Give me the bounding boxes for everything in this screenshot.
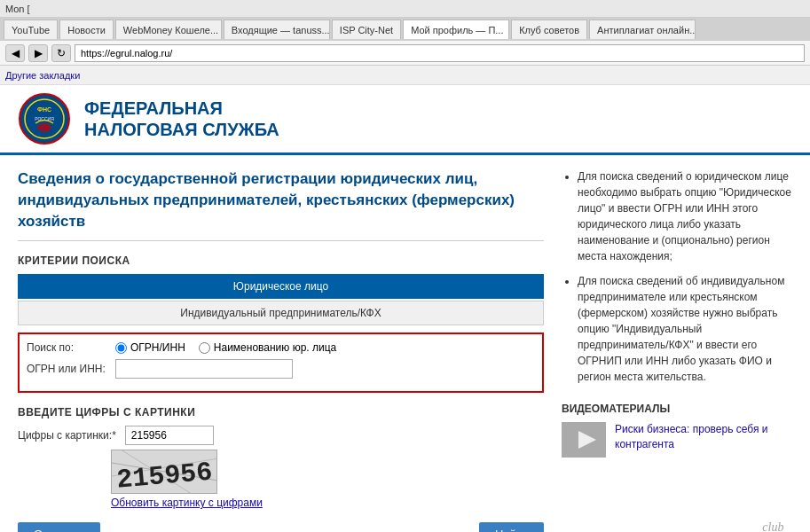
right-column: Для поиска сведений о юридическом лице н… (562, 168, 792, 532)
tab-webmoney[interactable]: WebMoney Кошеле... (115, 20, 222, 39)
tab-legal-entity[interactable]: Юридическое лицо (18, 274, 544, 299)
tab-club[interactable]: Клуб советов (511, 20, 587, 39)
tab-label: Входящие — tanuss... (232, 25, 330, 35)
tab-individual-entrepreneur[interactable]: Индивидуальный предприниматель/КФХ (18, 301, 544, 325)
captcha-section: ВВЕДИТЕ ЦИФРЫ С КАРТИНКИ Цифры с картинк… (18, 406, 544, 509)
search-by-label: Поиск по: (27, 341, 106, 354)
captcha-section-label: ВВЕДИТЕ ЦИФРЫ С КАРТИНКИ (18, 406, 544, 419)
tab-inbox[interactable]: Входящие — tanuss... (224, 20, 330, 39)
bookmark-other[interactable]: Другие закладки (5, 70, 80, 81)
captcha-field-label: Цифры с картинки:* (18, 429, 116, 442)
video-section-label: ВИДЕОМАТЕРИАЛЫ (562, 403, 792, 415)
club-sovet-watermark: clubSovet (754, 518, 792, 532)
action-buttons-row: Очистить Найти (18, 522, 544, 532)
entity-type-tabs: Юридическое лицо Индивидуальный предприн… (18, 274, 544, 325)
captcha-svg: 215956 (112, 450, 216, 494)
forward-button[interactable]: ▶ (28, 44, 48, 62)
reload-button[interactable]: ↻ (51, 44, 71, 62)
tab-label: Антиплагиат онлайн... (597, 25, 696, 35)
tab-label: WebMoney Кошеле... (123, 25, 218, 35)
radio-name-option[interactable]: Наименованию юр. лица (199, 341, 336, 354)
tab-youtube[interactable]: YouTube (4, 20, 58, 39)
tab-label: Клуб советов (519, 25, 579, 35)
tab-antiplagiat[interactable]: Антиплагиат онлайн... (589, 20, 696, 39)
ogrn-label: ОГРН или ИНН: (27, 363, 106, 375)
title-line2: НАЛОГОВАЯ СЛУЖБА (84, 119, 279, 140)
radio-ogrn-option[interactable]: ОГРН/ИНН (115, 341, 185, 354)
radio-name-label: Наименованию юр. лица (214, 341, 336, 354)
info-item-1: Для поиска сведений о юридическом лице н… (578, 168, 792, 264)
page-content: ФНС РОССИЯ ФЕДЕРАЛЬНАЯ НАЛОГОВАЯ СЛУЖБА … (0, 85, 810, 532)
info-item-2: Для поиска сведений об индивидуальном пр… (578, 273, 792, 385)
tab-label: Новости (67, 25, 106, 35)
svg-text:ФНС: ФНС (37, 106, 51, 113)
site-title: ФЕДЕРАЛЬНАЯ НАЛОГОВАЯ СЛУЖБА (84, 98, 279, 140)
tab-label: Мой профиль — П... (411, 25, 503, 35)
fns-logo: ФНС РОССИЯ (18, 92, 71, 145)
video-item: Риски бизнеса: проверь себя и контрагент… (562, 422, 792, 458)
video-thumbnail (562, 422, 606, 458)
main-area: Сведения о государственной регистрации ю… (0, 155, 810, 532)
ogrn-input[interactable] (115, 359, 293, 379)
title-line1: ФЕДЕРАЛЬНАЯ (84, 98, 279, 119)
captcha-field-row: Цифры с картинки:* (18, 426, 263, 445)
tab-label: ISP City-Net (340, 25, 393, 35)
search-by-radio-group: ОГРН/ИНН Наименованию юр. лица (115, 341, 336, 354)
search-by-row: Поиск по: ОГРН/ИНН Наименованию юр. лица (27, 341, 535, 354)
video-thumb-svg (562, 422, 605, 458)
info-list: Для поиска сведений о юридическом лице н… (562, 168, 792, 385)
captcha-image-container: 215956 Обновить картинку с цифрами (111, 450, 263, 509)
video-link[interactable]: Риски бизнеса: проверь себя и контрагент… (615, 422, 792, 452)
address-bar[interactable] (75, 44, 805, 62)
captcha-row: Цифры с картинки:* (18, 426, 544, 509)
radio-ogrn-label: ОГРН/ИНН (130, 341, 185, 354)
search-form: Поиск по: ОГРН/ИНН Наименованию юр. лица (18, 332, 544, 393)
site-header: ФНС РОССИЯ ФЕДЕРАЛЬНАЯ НАЛОГОВАЯ СЛУЖБА (0, 85, 810, 155)
page-title: Сведения о государственной регистрации ю… (18, 168, 544, 241)
captcha-input[interactable] (125, 426, 214, 445)
bookmarks-bar: Другие закладки (0, 66, 810, 85)
radio-name-input[interactable] (199, 342, 210, 354)
browser-tabs: YouTube Новости WebMoney Кошеле... Входя… (0, 18, 810, 41)
left-column: Сведения о государственной регистрации ю… (18, 168, 544, 532)
tab-news[interactable]: Новости (59, 20, 114, 39)
captcha-image: 215956 (111, 450, 217, 494)
radio-ogrn-input[interactable] (115, 342, 127, 354)
captcha-input-area: Цифры с картинки:* (18, 426, 263, 509)
browser-status-text: Mon [ (5, 4, 30, 14)
video-section: ВИДЕОМАТЕРИАЛЫ Риски бизнеса: проверь се… (562, 403, 792, 458)
browser-status-bar: Mon [ (0, 0, 810, 18)
find-button[interactable]: Найти (479, 522, 544, 532)
back-button[interactable]: ◀ (5, 44, 25, 62)
tab-label: YouTube (12, 25, 50, 35)
browser-nav-bar: ◀ ▶ ↻ (0, 41, 810, 66)
clear-button[interactable]: Очистить (18, 522, 100, 532)
criteria-section-label: КРИТЕРИИ ПОИСКА (18, 254, 544, 267)
ogrn-row: ОГРН или ИНН: (27, 359, 535, 379)
captcha-refresh-link[interactable]: Обновить картинку с цифрами (111, 497, 263, 509)
tab-profile[interactable]: Мой профиль — П... (403, 20, 509, 39)
svg-point-4 (37, 123, 51, 132)
tab-isp[interactable]: ISP City-Net (332, 20, 401, 39)
